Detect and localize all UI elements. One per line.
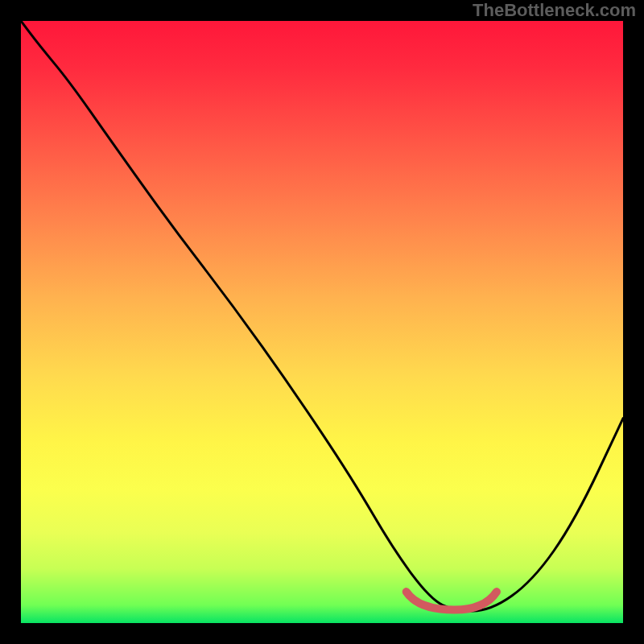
watermark-label: TheBottleneck.com [473,0,636,21]
chart-plot-area [21,21,623,623]
curve-path [21,21,623,611]
optimal-range-marker [407,592,497,609]
bottleneck-curve [21,21,623,623]
chart-frame: TheBottleneck.com [0,0,644,644]
